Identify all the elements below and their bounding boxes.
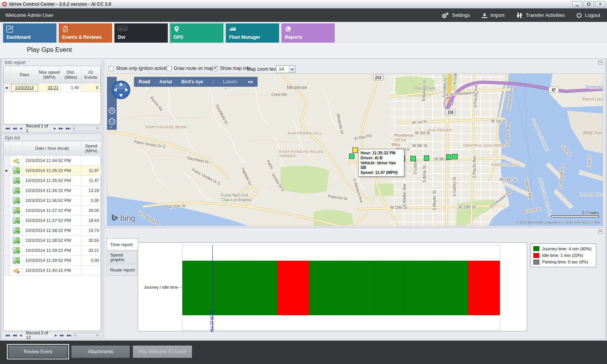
gps-speed-cell: [81, 266, 101, 276]
col-speed[interactable]: Speed (MPH): [81, 141, 101, 156]
gps-list-row[interactable]: 10/3/2014 11:39:22 PM33.21: [4, 246, 101, 256]
gps-list-row[interactable]: 10/3/2014 11:37:22 PM29.05: [4, 206, 101, 216]
nav-tab-dashboard[interactable]: Dashboard: [3, 23, 56, 43]
panel-collapse-button[interactable]: [598, 60, 603, 65]
next-record-icon[interactable]: ▶: [55, 334, 57, 337]
gps-list-row[interactable]: 10/3/2014 11:39:52 PM0.00: [4, 256, 101, 266]
nav-tab-gps[interactable]: GPS: [170, 23, 223, 43]
tooltip-line: Hour: 11:35:22 PM: [361, 151, 402, 156]
col-x1-events[interactable]: X1 Events: [81, 66, 101, 84]
gps-marker[interactable]: [349, 154, 354, 159]
minimize-button[interactable]: [572, 1, 582, 7]
transfer-icon: [516, 12, 523, 18]
gps-list-row[interactable]: 10/3/2014 11:36:22 PM13.28: [4, 186, 101, 196]
gps-marker[interactable]: [453, 154, 458, 159]
main-nav-tabs: DashboardEvents & ReviewsMERGEDvrGPSFlee…: [0, 22, 607, 43]
checkbox-icon[interactable]: [109, 66, 114, 71]
prev-record-icon[interactable]: ◀: [20, 334, 22, 337]
close-button[interactable]: ×: [595, 1, 605, 7]
nav-tab-reports[interactable]: Reports: [281, 23, 335, 43]
zoom-in-button[interactable]: +: [109, 108, 115, 114]
start-marker[interactable]: [353, 148, 358, 153]
prev-page-icon[interactable]: ◀◀: [12, 334, 16, 337]
horizontal-scrollbar[interactable]: ◀▶: [73, 333, 100, 338]
gps-list-row[interactable]: 10/3/2014 11:35:52 PM11.47: [4, 176, 101, 186]
info-table-row[interactable]: ▶ 10/3/2014 33.21 1.40 0: [4, 84, 101, 92]
last-record-icon[interactable]: ▶▶|: [66, 127, 70, 130]
strip-expand-icon[interactable]: »: [110, 124, 112, 129]
gps-marker[interactable]: [424, 156, 429, 161]
map-style-aerial[interactable]: Aerial: [159, 79, 172, 84]
map-compass-control[interactable]: [111, 80, 131, 101]
gps-list-row[interactable]: 10/3/2014 11:37:52 PM18.63: [4, 216, 101, 226]
legend-item: Idle time: 1 min (20%): [533, 253, 593, 258]
gps-date-cell: 10/3/2014 11:38:52 PM: [23, 236, 81, 246]
checkbox-show-map-info[interactable]: Show map info: [213, 66, 250, 71]
panel-collapse-button[interactable]: [598, 229, 603, 233]
row-indicator-icon: ▶: [5, 169, 8, 172]
col-date-hour[interactable]: Date / hour (local): [23, 141, 81, 156]
gps-point-icon: [10, 196, 23, 206]
gps-list-row[interactable]: 10/3/2014 11:34:52 PM: [4, 156, 101, 166]
transfer-activities-button[interactable]: Transfer Activities: [516, 12, 565, 18]
record-counter: Record 1 of 1: [26, 124, 49, 133]
gps-marker[interactable]: [447, 155, 452, 160]
svg-text:VINEGAR HILL: VINEGAR HILL: [491, 162, 520, 167]
checkbox-icon[interactable]: [213, 66, 218, 71]
bing-logo[interactable]: bing: [111, 213, 136, 223]
app-window: { "window": { "title": "Idrive Control C…: [0, 0, 607, 364]
prev-page-icon[interactable]: ◀◀: [12, 127, 16, 130]
svg-text:N Pacific Ave: N Pacific Ave: [473, 85, 478, 108]
gps-list-row[interactable]: 10/3/2014 11:36:52 PM0.00: [4, 196, 101, 206]
import-icon: [481, 12, 488, 18]
page-title: Play Gps Event: [27, 46, 72, 54]
info-report-table: Days Max speed (MPH) Dist. (Miles) X1 Ev…: [3, 66, 101, 124]
tooltip-line: Driver: Al B: [361, 156, 402, 160]
col-dist[interactable]: Dist. (Miles): [61, 66, 81, 84]
toolbar-collapse-icon[interactable]: ««: [248, 79, 253, 84]
gps-list-row[interactable]: 10/3/2014 11:38:52 PM30.55: [4, 236, 101, 246]
checkbox-icon[interactable]: [167, 66, 172, 71]
nav-tab-fleet-manager[interactable]: Fleet Manager: [226, 23, 279, 43]
attachments-button[interactable]: Attachments: [71, 346, 130, 358]
next-page-icon[interactable]: ▶▶: [59, 127, 63, 130]
gps-list-row[interactable]: 10/3/2014 11:38:22 PM19.70: [4, 226, 101, 236]
prev-record-icon[interactable]: ◀: [20, 127, 22, 130]
gps-marker[interactable]: [411, 156, 416, 161]
gps-speed-cell: 0.00: [81, 196, 101, 206]
nav-tab-events-reviews[interactable]: Events & Reviews: [59, 23, 112, 43]
first-record-icon[interactable]: |◀◀: [5, 334, 9, 337]
col-max-speed[interactable]: Max speed (MPH): [38, 66, 61, 84]
map-style-road[interactable]: Road: [139, 79, 150, 84]
gps-speed-cell: 30.55: [81, 236, 101, 246]
last-record-icon[interactable]: ▶▶|: [67, 334, 71, 337]
col-days[interactable]: Days: [11, 66, 38, 84]
play-selected-x1-event-button[interactable]: Play Selected X1 Event: [133, 346, 192, 358]
next-record-icon[interactable]: ▶: [54, 127, 56, 130]
gps-list-row[interactable]: ▶10/3/2014 11:35:22 PM11.97: [4, 166, 101, 176]
next-page-icon[interactable]: ▶▶: [60, 334, 64, 337]
zoom-out-button[interactable]: −: [109, 118, 115, 125]
checkbox-draw-route-on-map[interactable]: Draw route on map: [167, 66, 213, 71]
settings-button[interactable]: Settings: [441, 12, 470, 19]
tab-speed-graphic[interactable]: Speed graphic: [107, 251, 137, 263]
tab-time-report[interactable]: Time report: [107, 238, 138, 250]
first-record-icon[interactable]: |◀◀: [5, 127, 9, 130]
review-event-button[interactable]: Review Event: [8, 346, 68, 358]
bing-map[interactable]: 21311047 MiralesteCrest RdBurma RdSouthf…: [107, 73, 603, 226]
top-actions: SettingsImportTransfer ActivitiesLogout: [441, 12, 600, 19]
map-style-labels[interactable]: Labels: [223, 79, 237, 84]
logout-button[interactable]: Logout: [576, 12, 600, 18]
svg-text:S Walker Ave: S Walker Ave: [402, 184, 407, 207]
maximize-button[interactable]: [584, 1, 594, 7]
record-counter: Record 2 of 12: [26, 331, 50, 340]
horizontal-scrollbar[interactable]: ◀▶: [72, 126, 100, 131]
map-zoom-dropdown[interactable]: 14: [276, 65, 295, 73]
checkbox-show-only-ignition-activities[interactable]: Show only ignition activities: [109, 66, 172, 71]
nav-tab-dvr[interactable]: MERGEDvr: [114, 23, 168, 43]
chart-plot-area: 11:35:22 PM: [182, 245, 500, 330]
gps-list-row[interactable]: 10/3/2014 11:40:15 PM: [4, 266, 101, 276]
tab-route-report[interactable]: Route report: [107, 264, 137, 276]
import-button[interactable]: Import: [481, 12, 504, 18]
map-style-birdseye[interactable]: Bird's eye: [181, 79, 203, 84]
